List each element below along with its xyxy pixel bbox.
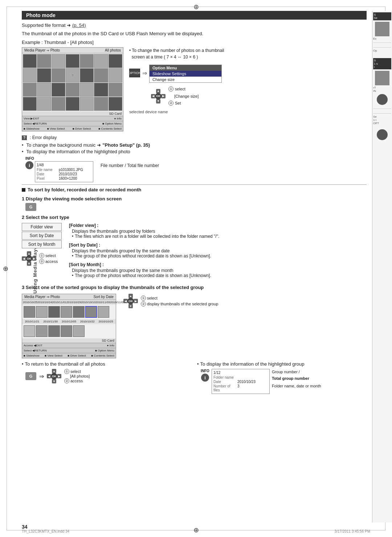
option-button[interactable]: OPTION	[129, 69, 140, 77]
sort-date-bullet: The group of the photos without recorded…	[72, 253, 367, 259]
option-button-label: OPTION	[128, 71, 141, 75]
right-panel-ok-2	[377, 129, 388, 140]
error-section: ? : Error display	[22, 135, 367, 140]
option-menu-item-1[interactable]: Slideshow Settings	[150, 71, 221, 77]
bottom-thumb-footer-1: Access ◀EXIT ● Info	[22, 343, 116, 348]
date-4: 2010/10/29	[66, 301, 81, 304]
right-panel-thumb	[375, 22, 389, 36]
thumb-cell	[109, 54, 122, 68]
option-menu-box: Option Menu Slideshow Settings Change si…	[149, 63, 222, 83]
thumb-cell	[94, 83, 108, 97]
folder-view-btn[interactable]: Folder view	[22, 223, 62, 231]
sort-left: Folder view Sort by Date Sort by Month ▲…	[22, 223, 62, 266]
return-steps: ① select [All photos] ② access	[64, 369, 90, 383]
sort-month-bullet-text: The group of the photos without recorded…	[75, 273, 211, 278]
info-group-box-row: INFO i 1/12 Folder name Date 2010/10/23 …	[201, 369, 367, 394]
info-label-2: ● Info	[107, 344, 114, 347]
date-1: 2010/10/25	[23, 301, 37, 304]
sort-by-date-btn[interactable]: Sort by Date	[22, 232, 62, 240]
group-step-2: ② display thumbnails of the selected gro…	[141, 301, 218, 306]
right-panel-text-4: IN	[373, 89, 391, 93]
thumb-cell	[23, 97, 37, 111]
step2-heading-text: 2 Select the sort type	[22, 215, 69, 220]
return-nav: ▲ ▼ ◀ ▶ OK	[47, 369, 61, 383]
sort-month-title: [Sort by Month] :	[69, 262, 367, 267]
footer-date: 3/17/2011 3:45:56 PM	[335, 529, 370, 533]
group-number-labels: Group number / Total group number Folder…	[272, 369, 321, 390]
group-thumb	[36, 306, 48, 318]
right-panel: SSe Ex Op S1 sI •T IN Se1 IOPT	[372, 11, 392, 522]
thumb-cell	[37, 83, 51, 97]
group-thumb	[61, 306, 72, 318]
page-number: 34	[22, 524, 28, 530]
slideshow-label-2: ■ Slideshow	[24, 354, 40, 357]
group-thumb	[24, 325, 35, 337]
date-6: 2010/11/03	[95, 301, 110, 304]
return-step-1: ① select	[64, 369, 90, 374]
thumb-cell	[52, 97, 65, 111]
media-player-label: Media Player ⇒ Photo	[24, 48, 60, 52]
thumb-cell	[94, 68, 108, 82]
sort-buttons: Folder view Sort by Date Sort by Month	[22, 223, 62, 248]
bottom-thumb-header: Media Player ⇒ Photo Sort by Date	[22, 294, 116, 300]
option-desc-steps: ① select [Change size] ② Set	[168, 85, 199, 107]
date-5: 2010/10/10	[81, 301, 95, 304]
right-panel-header-2: S1 sI	[373, 58, 391, 69]
date-8: 2010/11/21	[25, 320, 39, 323]
sd-card-row: SD Card	[22, 111, 123, 116]
step2-heading: 2 Select the sort type	[22, 215, 367, 220]
field-label-2: Pixel	[37, 176, 58, 180]
thumb-cell	[66, 83, 79, 97]
circle-1: ①	[168, 86, 173, 91]
option-menu-label: ■ Option Menu	[102, 122, 122, 125]
option-menu-item-2[interactable]: Change size	[150, 77, 221, 82]
date-3: 2010/11/01	[52, 301, 66, 304]
group-step-1: ① select	[141, 296, 218, 301]
folder-view-bullet: The files which are not in a folder will…	[72, 234, 367, 239]
info-counter: 1/48	[37, 163, 44, 167]
return-bullet: To return to the thumbnail of all photos	[22, 361, 191, 367]
group-thumb	[61, 325, 72, 337]
selected-device-text: selected device name	[129, 110, 168, 114]
step3-heading-text: 3 Select one of the sorted groups to dis…	[22, 285, 204, 290]
step-2-row: ② Set	[168, 100, 199, 106]
group-thumb	[24, 306, 35, 318]
ok-center: OK	[155, 93, 162, 99]
circle-2: ②	[168, 101, 173, 106]
info-group-field-0-val	[237, 375, 263, 379]
select-label: Select ◀RETURN	[24, 122, 47, 125]
field-value-2: 1600×1200	[59, 176, 91, 180]
total-group-label: Total group number	[272, 375, 321, 382]
group-nav-right: ▶	[134, 299, 138, 303]
sort-by-month-btn[interactable]: Sort by Month	[22, 240, 62, 248]
group-thumb	[73, 306, 85, 318]
g-button[interactable]: G	[25, 203, 36, 211]
option-steps: ▲ ▼ ◀ ▶ OK ① select [Change size]	[151, 85, 367, 107]
step-1-label: select	[175, 86, 185, 92]
info-group-box: 1/12 Folder name Date 2010/10/23 Number …	[212, 369, 270, 394]
sort-step-1: ① select	[39, 253, 58, 258]
date-labels-2: 2010/11/21 2010/11/30 2010/12/05 2010/10…	[22, 319, 116, 324]
info-label-row: INFO	[25, 156, 93, 160]
group-thumbs-2	[22, 324, 116, 338]
sort-date-desc: [Sort by Date] : Displays the thumbnails…	[69, 243, 367, 259]
step1-heading-text: 1 Display the viewing mode selection scr…	[22, 196, 122, 202]
file-number-text: File number / Total file number	[101, 163, 159, 168]
contents-select-label: ■ Contents Select	[98, 127, 122, 130]
group-number-label: Group number /	[272, 369, 321, 375]
return-section: To return to the thumbnail of all photos…	[22, 361, 367, 394]
example-section: Media Player ⇒ Photo All photos	[22, 47, 367, 131]
folder-view-desc-text: Displays the thumbnails grouped by folde…	[72, 229, 367, 234]
return-g-btn[interactable]: G	[25, 372, 36, 380]
sort-nav-row: ▲ ▼ ◀ ▶ OK ① select ② access	[22, 251, 62, 266]
thumb-cell	[37, 54, 51, 68]
description-2: Example : Thumbnail - [All photos]	[22, 39, 367, 46]
right-panel-section-1: SSe Ex	[373, 12, 391, 43]
thumb-cell	[23, 83, 37, 97]
bg-music-text: To change the background music	[26, 142, 96, 148]
error-display-text: : Error display	[30, 135, 57, 140]
slideshow-label: ■ Slideshow	[24, 127, 40, 130]
group-thumb	[98, 306, 109, 318]
nav-right-icon: ▶	[161, 94, 166, 98]
thumb-cell	[52, 83, 65, 97]
